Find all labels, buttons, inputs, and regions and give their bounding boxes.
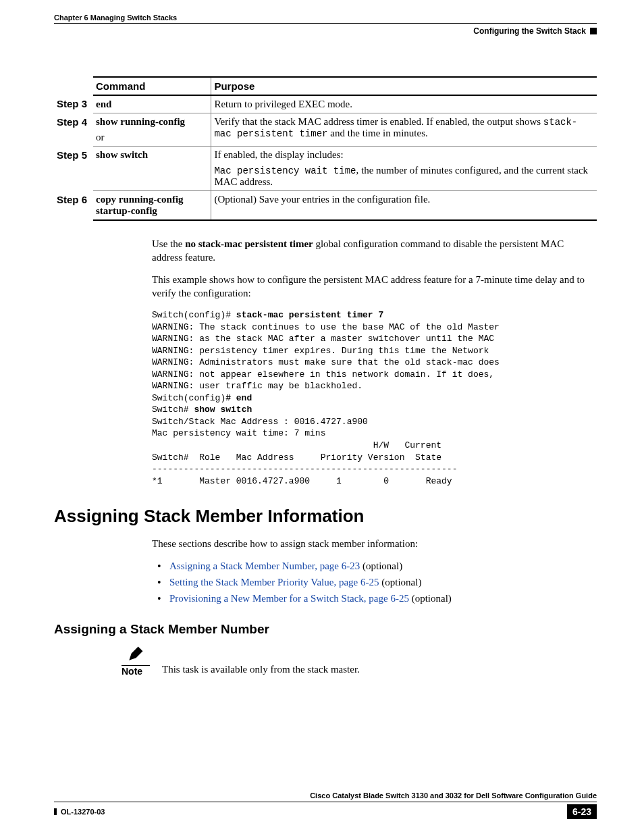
- cl: Switch(config): [152, 393, 225, 403]
- command-cell: end: [93, 95, 211, 113]
- section-label-row: Configuring the Switch Stack: [54, 26, 597, 36]
- cl: H/W Current: [152, 440, 441, 450]
- command-text: end: [96, 99, 111, 109]
- table-row: Step 5 show switch If enabled, the displ…: [54, 147, 597, 191]
- link-suffix: (optional): [360, 561, 402, 571]
- cl: *1 Master 0016.4727.a900 1 0 Ready: [152, 476, 452, 486]
- purpose-post: and the time in minutes.: [327, 128, 427, 138]
- purpose-text: (Optional) Save your entries in the conf…: [214, 194, 430, 205]
- header-marker-icon: [590, 28, 597, 34]
- cl: WARNING: Administrators must make sure t…: [152, 357, 500, 367]
- step-label: Step 3: [54, 95, 93, 113]
- list-item: Setting the Stack Member Priority Value,…: [169, 577, 590, 588]
- page-header: Chapter 6 Managing Switch Stacks: [54, 14, 597, 24]
- col-header-command: Command: [93, 77, 211, 95]
- cl: WARNING: as the stack MAC after a master…: [152, 334, 494, 344]
- link-suffix: (optional): [409, 593, 452, 604]
- note-left: Note: [122, 646, 150, 677]
- spacer-head: [54, 77, 93, 95]
- doc-id-text: OL-13270-03: [61, 808, 105, 816]
- step-label: Step 5: [54, 147, 93, 191]
- p1-b: no stack-mac persistent timer: [185, 238, 313, 249]
- paragraph: These sections describe how to assign st…: [152, 538, 590, 551]
- page-number-badge: 6-23: [567, 804, 597, 819]
- cl: Switch/Stack Mac Address : 0016.4727.a90…: [152, 417, 368, 427]
- cl: # end: [225, 393, 252, 403]
- link-list: Assigning a Stack Member Number, page 6-…: [152, 561, 590, 604]
- cl: Switch# Role Mac Address Priority Versio…: [152, 452, 441, 463]
- footer-book-title: Cisco Catalyst Blade Switch 3130 and 303…: [54, 791, 597, 802]
- footer-tick-icon: [54, 808, 57, 815]
- purpose-cell: (Optional) Save your entries in the conf…: [211, 191, 597, 221]
- section-label: Configuring the Switch Stack: [473, 26, 586, 36]
- cl: Switch(config)#: [152, 310, 236, 320]
- link-suffix: (optional): [379, 577, 422, 588]
- purpose-pre: If enabled, the display includes:: [214, 149, 594, 161]
- cl: ----------------------------------------…: [152, 464, 457, 474]
- step-label: Step 4: [54, 113, 93, 147]
- col-header-purpose: Purpose: [211, 77, 597, 95]
- cl: WARNING: persistency timer expires. Duri…: [152, 346, 489, 356]
- purpose-cell: If enabled, the display includes: Mac pe…: [211, 147, 597, 191]
- cl: WARNING: not appear elsewhere in this ne…: [152, 369, 494, 380]
- paragraph: This example shows how to configure the …: [152, 273, 590, 300]
- list-item: Assigning a Stack Member Number, page 6-…: [169, 561, 590, 572]
- table-row: Step 6 copy running-config startup-confi…: [54, 191, 597, 221]
- command-extra: or: [96, 132, 208, 143]
- list-item: Provisioning a New Member for a Switch S…: [169, 593, 590, 604]
- command-cell: show switch: [93, 147, 211, 191]
- xref-link[interactable]: Provisioning a New Member for a Switch S…: [169, 593, 409, 604]
- body-text-block: Use the no stack-mac persistent timer gl…: [152, 238, 590, 487]
- purpose-cell: Verify that the stack MAC address timer …: [211, 113, 597, 147]
- purpose-pre: Verify that the stack MAC address timer …: [214, 116, 543, 127]
- section-body: These sections describe how to assign st…: [152, 538, 590, 604]
- step-label: Step 6: [54, 191, 93, 221]
- purpose-text: Return to privileged EXEC mode.: [214, 99, 352, 109]
- cl: show switch: [194, 405, 252, 415]
- paragraph: Use the no stack-mac persistent timer gl…: [152, 238, 590, 264]
- section-heading: Assigning Stack Member Information: [54, 506, 597, 527]
- document-page: Chapter 6 Managing Switch Stacks Configu…: [0, 0, 644, 834]
- note-pencil-icon: [122, 646, 150, 666]
- note-label: Note: [122, 666, 150, 677]
- purpose-line2: Mac persistency wait time, the number of…: [214, 165, 594, 188]
- command-text: copy running-config startup-config: [96, 194, 184, 216]
- footer-row: OL-13270-03 6-23: [54, 804, 597, 819]
- footer-doc-id: OL-13270-03: [54, 808, 105, 816]
- cl: WARNING: The stack continues to use the …: [152, 322, 500, 332]
- command-steps-table: Command Purpose Step 3 end Return to pri…: [54, 76, 597, 221]
- table-row: Step 4 show running-config or Verify tha…: [54, 113, 597, 147]
- xref-link[interactable]: Setting the Stack Member Priority Value,…: [169, 577, 379, 588]
- cl: Switch#: [152, 405, 194, 415]
- cl: Mac persistency wait time: 7 mins: [152, 428, 325, 438]
- p1-a: Use the: [152, 238, 185, 249]
- chapter-label: Chapter 6 Managing Switch Stacks: [54, 14, 597, 22]
- note-block: Note This task is available only from th…: [122, 646, 597, 677]
- purpose-cell: Return to privileged EXEC mode.: [211, 95, 597, 113]
- code-block: Switch(config)# stack-mac persistent tim…: [152, 309, 590, 487]
- cl: WARNING: user traffic may be blackholed.: [152, 381, 363, 391]
- xref-link[interactable]: Assigning a Stack Member Number, page 6-…: [169, 561, 360, 571]
- command-cell: copy running-config startup-config: [93, 191, 211, 221]
- table-row: Step 3 end Return to privileged EXEC mod…: [54, 95, 597, 113]
- command-cell: show running-config or: [93, 113, 211, 147]
- cl: stack-mac persistent timer 7: [236, 310, 383, 320]
- page-content: Command Purpose Step 3 end Return to pri…: [54, 76, 597, 677]
- page-footer: Cisco Catalyst Blade Switch 3130 and 303…: [54, 791, 597, 819]
- command-text: show switch: [96, 149, 148, 160]
- note-text: This task is available only from the sta…: [162, 664, 360, 677]
- purpose-mono: Mac persistency wait time: [214, 165, 356, 176]
- command-text: show running-config: [96, 116, 208, 128]
- subsection-heading: Assigning a Stack Member Number: [54, 622, 597, 637]
